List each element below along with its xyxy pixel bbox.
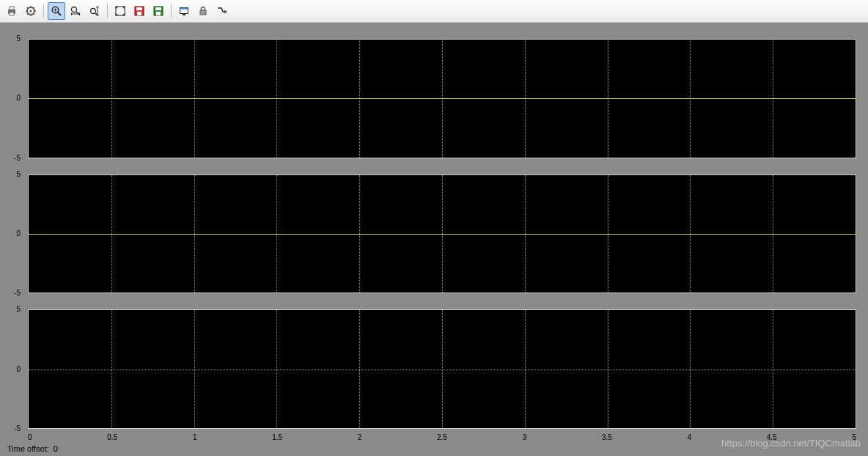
svg-rect-19 [156,12,161,15]
restore-axes-icon [152,5,164,17]
zoom-icon [51,5,62,17]
y-tick-label: -5 [4,154,21,162]
x-tick-label: 0 [28,433,32,441]
floating-scope-icon [178,5,190,17]
zoom-x-button[interactable] [67,2,84,20]
zoom-x-icon [70,5,81,17]
plot-canvas[interactable] [28,39,856,158]
plot-3[interactable]: -505 [25,309,856,429]
x-axis-ticks: 00.511.522.533.544.55 [28,433,856,441]
time-offset-label: Time offset: [7,444,49,453]
signal-selection-icon [216,5,228,17]
save-axes-button[interactable] [130,2,148,20]
x-tick-label: 2 [358,433,362,441]
toolbar [0,0,868,23]
scope-window: -505-505-505 00.511.522.533.544.55 Time … [0,0,868,456]
restore-axes-button[interactable] [150,2,167,20]
y-tick-label: 0 [4,365,21,373]
lock-button[interactable] [194,2,212,20]
print-button[interactable] [3,2,21,20]
time-offset-value: 0 [54,444,58,453]
x-tick-label: 5 [852,433,856,441]
y-tick-label: 5 [4,170,21,178]
signal-selection-button[interactable] [213,2,231,20]
svg-point-9 [72,7,77,12]
grid-line-h [29,369,856,370]
x-tick-label: 4 [688,433,692,441]
plot-2[interactable]: -505 [25,174,856,294]
svg-rect-1 [10,7,14,10]
autoscale-icon [114,5,126,17]
toolbar-separator [43,4,44,18]
signal-line [29,234,856,235]
svg-rect-18 [155,7,161,10]
plot-1[interactable]: -505 [25,39,856,158]
svg-line-6 [58,12,61,15]
svg-rect-23 [200,10,206,15]
x-tick-label: 1 [193,433,197,441]
svg-rect-2 [10,12,14,15]
parameters-button[interactable] [22,2,40,20]
signal-line [29,98,856,99]
y-tick-label: 5 [4,305,21,313]
toolbar-separator [107,4,108,18]
zoom-y-icon [89,5,100,17]
x-tick-label: 3 [523,433,527,441]
x-tick-label: 2.5 [437,433,447,441]
svg-rect-21 [180,8,188,10]
scope-area: -505-505-505 00.511.522.533.544.55 Time … [0,23,868,456]
y-tick-label: 0 [4,229,21,238]
svg-rect-15 [136,7,142,10]
plot-canvas[interactable] [28,174,856,294]
print-icon [6,5,18,17]
status-bar: Time offset: 0 [3,441,865,456]
lock-icon [197,5,209,17]
x-tick-label: 0.5 [107,433,117,441]
x-tick-label: 1.5 [272,433,282,441]
toolbar-separator [171,4,172,18]
y-tick-label: -5 [4,289,21,297]
plot-canvas[interactable] [28,309,856,429]
zoom-button[interactable] [48,2,65,20]
y-tick-label: 0 [4,94,21,102]
zoom-y-button[interactable] [86,2,103,20]
svg-point-11 [91,9,96,14]
x-tick-label: 4.5 [767,433,777,441]
x-tick-label: 3.5 [602,433,612,441]
autoscale-button[interactable] [111,2,129,20]
save-axes-icon [133,5,145,17]
plots-container: -505-505-505 [3,26,865,432]
y-tick-label: 5 [4,34,21,43]
svg-rect-16 [137,12,141,15]
parameters-icon [25,5,37,17]
svg-point-4 [29,10,32,12]
floating-scope-button[interactable] [175,2,193,20]
y-tick-label: -5 [4,424,21,433]
